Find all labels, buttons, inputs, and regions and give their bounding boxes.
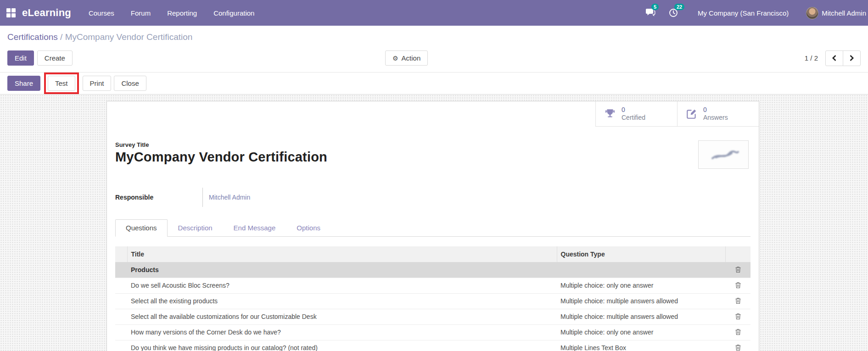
print-button[interactable]: Print [83,76,112,91]
trash-icon [735,266,741,273]
create-button[interactable]: Create [37,50,73,66]
pager-count: 1 / 2 [805,54,818,62]
question-title: Select all the existing products [127,293,557,309]
notebook-tabs: Questions Description End Message Option… [115,219,750,237]
share-button[interactable]: Share [7,76,40,91]
breadcrumb-parent[interactable]: Certifications [7,32,58,42]
action-button[interactable]: ⚙ Action [385,50,428,66]
activities-badge: 22 [674,4,684,10]
delete-row-button[interactable] [733,265,743,274]
delete-row-button[interactable] [733,296,743,305]
responsible-label: Responsible [115,194,202,201]
question-type-column-header: Question Type [557,246,725,262]
title-column-header: Title [127,246,557,262]
question-title: Select all the available customizations … [127,309,557,324]
question-type: Multiple choice: only one answer [557,278,725,293]
trash-icon [735,313,741,320]
stat-button-box: 0 Certified 0 Answers [107,101,759,127]
trophy-icon [604,108,616,120]
tab-questions[interactable]: Questions [115,219,168,237]
delete-row-button[interactable] [733,343,743,351]
question-type: Multiple choice: multiple answers allowe… [557,293,725,309]
certified-label: Certified [622,114,645,122]
pencil-square-icon [686,108,698,120]
menu-configuration[interactable]: Configuration [213,9,254,17]
breadcrumb: Certifications / MyCompany Vendor Certif… [7,31,861,43]
delete-row-button[interactable] [733,328,743,336]
question-row[interactable]: Select all the existing productsMultiple… [115,293,750,309]
questions-table-header-row: Title Question Type [115,246,750,262]
certified-count: 0 [622,106,645,114]
question-row[interactable]: Select all the available customizations … [115,309,750,324]
trash-icon [735,297,741,304]
trash-cell [725,262,750,278]
chevron-right-icon [849,55,854,61]
user-name: Mitchell Admin [822,9,866,17]
pager-previous-button[interactable] [825,50,843,66]
question-type: Multiple choice: only one answer [557,324,725,340]
delete-row-button[interactable] [733,312,743,321]
row-handle-cell [115,309,127,324]
questions-table: Title Question Type Products Do we sell … [115,246,750,351]
breadcrumb-separator: / [58,32,65,42]
menu-courses[interactable]: Courses [89,9,114,17]
tab-options[interactable]: Options [286,219,331,237]
main-menu: Courses Forum Reporting Configuration [89,9,254,17]
close-button[interactable]: Close [114,76,146,91]
app-name[interactable]: eLearning [22,7,71,19]
tab-end-message[interactable]: End Message [223,219,286,237]
question-row[interactable]: Do you think we have missing products in… [115,340,750,351]
question-row[interactable]: How many versions of the Corner Desk do … [115,324,750,340]
messages-icon[interactable]: 5 [645,8,657,18]
form-sheet: Survey Title MyCompany Vendor Certificat… [107,127,759,351]
pager-next-button[interactable] [843,50,861,66]
question-title: How many versions of the Corner Desk do … [127,324,557,340]
row-handle-cell [115,340,127,351]
survey-title-label: Survey Title [115,141,750,148]
certified-stat-button[interactable]: 0 Certified [595,101,677,127]
responsible-field: Responsible Mitchell Admin [115,188,400,207]
form-view-background: 0 Certified 0 Answers [0,95,868,351]
question-title: Do you think we have missing products in… [127,340,557,351]
control-panel-buttons: Edit Create ⚙ Action 1 / 2 [7,50,861,66]
responsible-value-link[interactable]: Mitchell Admin [209,194,250,201]
statusbar: Share Test Print Close [0,72,868,95]
survey-title-value: MyCompany Vendor Certification [115,150,750,165]
user-avatar [806,7,818,19]
apps-menu-icon[interactable] [6,8,16,17]
menu-forum[interactable]: Forum [131,9,151,17]
gear-icon: ⚙ [392,55,398,61]
row-handle-cell [115,293,127,309]
trash-column-header [725,246,750,262]
action-button-label: Action [402,54,421,62]
company-switcher[interactable]: My Company (San Francisco) [698,9,789,17]
answers-stat-button[interactable]: 0 Answers [677,101,759,127]
trash-cell [725,293,750,309]
user-menu[interactable]: Mitchell Admin [806,7,866,19]
trash-icon [735,329,741,335]
menu-reporting[interactable]: Reporting [167,9,197,17]
systray: 5 22 My Company (San Francisco) Mitchell… [645,7,868,19]
delete-row-button[interactable] [733,281,743,290]
activities-icon[interactable]: 22 [668,8,680,18]
breadcrumb-current: MyCompany Vendor Certification [65,32,193,42]
question-type: Multiple choice: multiple answers allowe… [557,309,725,324]
edit-button[interactable]: Edit [7,50,34,66]
question-row[interactable]: Do we sell Acoustic Bloc Screens?Multipl… [115,278,750,293]
survey-thumbnail-image[interactable] [698,140,749,169]
test-button[interactable]: Test [48,76,75,91]
trash-cell [725,278,750,293]
pager: 1 / 2 [805,50,861,66]
trash-cell [725,309,750,324]
question-title: Do we sell Acoustic Bloc Screens? [127,278,557,293]
survey-form-card: 0 Certified 0 Answers [106,101,759,351]
handle-column-header [115,246,127,262]
row-handle-cell [115,262,127,278]
section-row[interactable]: Products [115,262,750,278]
trash-cell [725,340,750,351]
row-handle-cell [115,324,127,340]
answers-count: 0 [703,106,728,114]
answers-label: Answers [703,114,728,122]
tab-description[interactable]: Description [168,219,223,237]
chevron-left-icon [832,55,837,61]
